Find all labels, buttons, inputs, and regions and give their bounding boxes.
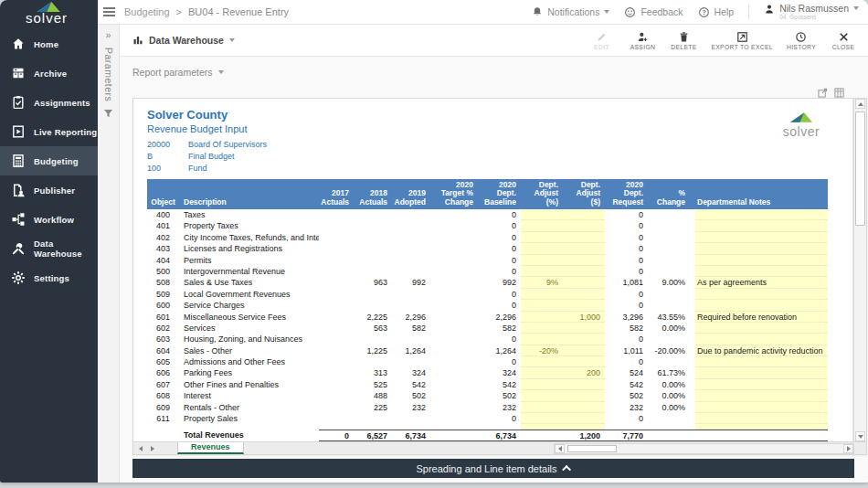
cell-a2019 [392,300,430,311]
cell-adj_pct[interactable] [521,390,563,401]
cell-adj_pct[interactable] [521,300,563,311]
cell-adj_amt[interactable] [563,323,605,334]
vertical-scrollbar[interactable] [853,99,866,441]
filter-icon[interactable] [103,109,113,119]
cell-adj_pct[interactable] [521,356,563,367]
cell-adj_amt[interactable] [563,390,605,401]
cell-note[interactable] [695,289,828,300]
horizontal-scrollbar-thumb[interactable] [567,445,617,452]
cell-adj_amt[interactable] [563,413,605,424]
expand-parameters-icon[interactable]: » [105,29,111,40]
cell-adj_pct[interactable] [521,232,563,243]
cell-request: 1,081 [605,277,648,288]
scroll-left-button[interactable] [555,444,565,453]
cell-adj_pct[interactable] [521,209,563,220]
close-button[interactable]: CLOSE [830,31,857,50]
cell-note[interactable]: Due to pandemic activity reduction [695,345,828,356]
spreading-details-expander[interactable]: Spreading and Line item details [132,459,854,478]
cell-note[interactable] [695,402,828,413]
cell-note[interactable] [695,255,828,266]
export-to-excel-button[interactable]: EXPORT TO EXCEL [711,31,772,50]
cell-a2019 [392,289,430,300]
data-source-dropdown[interactable]: Data Warehouse [132,35,235,46]
cell-note[interactable] [695,209,828,220]
cell-request: 0 [605,232,648,243]
cell-note[interactable] [695,356,828,367]
cell-adj_pct[interactable] [521,255,563,266]
cell-adj_pct[interactable] [521,266,563,277]
cell-adj_pct[interactable] [521,243,563,254]
cell-adj_pct[interactable] [521,334,563,345]
sidebar-item-assignments[interactable]: Assignments [0,88,98,117]
cell-adj_amt[interactable] [563,243,605,254]
cell-adj_pct[interactable]: 9% [521,277,563,288]
next-sheet-icon[interactable] [151,446,154,451]
cell-note[interactable] [695,232,828,243]
cell-note[interactable] [695,413,828,424]
horizontal-scrollbar[interactable] [554,443,854,454]
sheet-tab-revenues[interactable]: Revenues [177,442,244,454]
cell-note[interactable]: As per agreements [695,277,828,288]
sidebar-item-workflow[interactable]: Workflow [0,205,98,234]
user-menu[interactable]: Nils Rasmussen 04. Goossens [764,4,859,20]
previous-sheet-icon[interactable] [139,446,143,451]
cell-adj_amt[interactable] [563,209,605,220]
cell-adj_amt[interactable]: 1,000 [563,312,605,323]
sidebar-item-live-reporting[interactable]: Live Reporting [0,117,98,146]
sidebar-item-home[interactable]: Home [0,29,98,58]
cell-note[interactable] [695,243,828,254]
cell-adj_amt[interactable] [563,334,605,345]
cell-adj_amt[interactable] [563,266,605,277]
cell-adj_amt[interactable]: 200 [563,367,605,378]
sidebar-item-data-warehouse[interactable]: Data Warehouse [0,234,98,263]
history-button[interactable]: HISTORY [787,31,816,50]
menu-icon[interactable] [103,5,115,18]
cell-note[interactable] [695,334,828,345]
cell-adj_amt[interactable] [563,356,605,367]
cell-adj_pct[interactable] [521,402,563,413]
cell-adj_amt[interactable] [563,300,605,311]
cell-note[interactable] [695,300,828,311]
assign-button[interactable]: ASSIGN [629,31,656,50]
cell-note[interactable] [695,266,828,277]
cell-note[interactable] [695,220,828,231]
sidebar-item-publisher[interactable]: Publisher [0,175,98,205]
cell-desc: Housing, Zoning, and Nuisances [182,334,319,345]
cell-adj_pct[interactable] [521,289,563,300]
cell-adj_amt[interactable] [563,277,605,288]
cell-adj_pct[interactable]: -20% [521,345,563,356]
help-button[interactable]: ? Help [698,6,735,18]
delete-button[interactable]: DELETE [670,31,697,50]
cell-adj_pct[interactable] [521,413,563,424]
feedback-button[interactable]: Feedback [624,6,683,18]
cell-adj_pct[interactable] [521,220,563,231]
cell-note[interactable] [695,379,828,390]
cell-note[interactable] [695,390,828,401]
cell-adj_amt[interactable] [563,255,605,266]
cell-adj_amt[interactable] [563,232,605,243]
cell-adj_pct[interactable] [521,367,563,378]
cell-adj_pct[interactable] [521,312,563,323]
sidebar-item-label: Home [34,39,58,49]
cell-note[interactable] [695,367,828,378]
scroll-down-button[interactable] [855,431,865,441]
sidebar-item-budgeting[interactable]: Budgeting [0,146,98,175]
cell-note[interactable] [695,323,828,334]
cell-adj_pct[interactable] [521,323,563,334]
cell-adj_amt[interactable] [563,289,605,300]
cell-adj_pct[interactable] [521,379,563,390]
breadcrumb-section[interactable]: Budgeting [124,6,170,17]
scroll-right-button[interactable] [843,444,853,453]
parameters-label[interactable]: Parameters [103,48,114,101]
cell-adj_amt[interactable] [563,402,605,413]
vertical-scrollbar-thumb[interactable] [855,111,865,226]
sidebar-item-settings[interactable]: Settings [0,263,98,292]
sidebar-item-archive[interactable]: Archive [0,58,98,88]
cell-adj_amt[interactable] [563,220,605,231]
cell-note[interactable]: Required before renovation [695,312,828,323]
cell-adj_amt[interactable] [563,345,605,356]
notifications-button[interactable]: Notifications [532,6,609,17]
cell-adj_amt[interactable] [563,379,605,390]
report-parameters-dropdown[interactable]: Report parameters [132,67,224,78]
scroll-up-button[interactable] [855,99,865,109]
